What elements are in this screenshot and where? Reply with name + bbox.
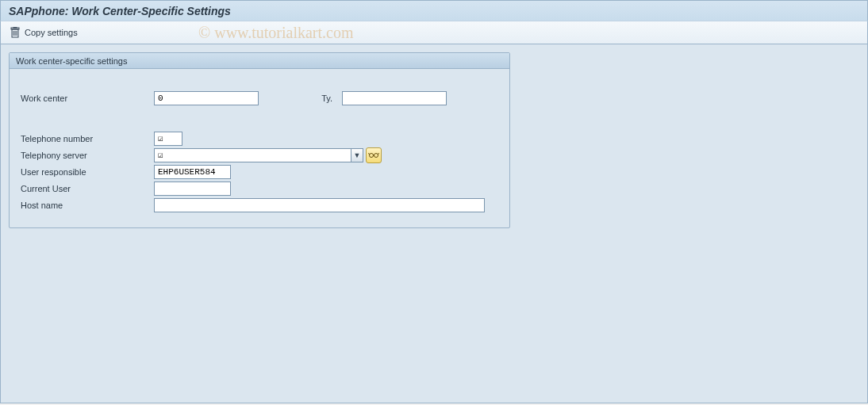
row-work-center: Work center Ty. <box>19 90 500 106</box>
svg-point-6 <box>370 153 374 157</box>
display-button[interactable] <box>366 147 382 163</box>
telephone-number-field[interactable]: ☑ <box>154 132 182 146</box>
telephony-server-select[interactable]: ☑ ▼ <box>154 148 363 162</box>
svg-rect-5 <box>13 27 17 28</box>
svg-line-9 <box>369 153 370 155</box>
row-telephone-number: Telephone number ☑ <box>19 130 500 147</box>
copy-settings-button[interactable]: Copy settings <box>7 25 81 40</box>
title-bar: SAPphone: Work Center-Specific Settings <box>0 0 868 21</box>
groupbox-settings: Work center-specific settings Work cente… <box>9 52 510 228</box>
telephony-server-field[interactable]: ☑ <box>154 148 351 162</box>
label-work-center: Work center <box>19 94 154 103</box>
row-telephony-server: Telephony server ☑ ▼ <box>19 147 500 163</box>
row-host-name: Host name <box>19 197 500 213</box>
work-center-field[interactable] <box>154 91 259 105</box>
toolbar: Copy settings <box>0 21 868 44</box>
label-user-responsible: User responsible <box>19 167 154 177</box>
current-user-field[interactable] <box>154 181 231 196</box>
label-telephony-server: Telephony server <box>19 151 154 160</box>
label-telephone-number: Telephone number <box>19 134 154 143</box>
main-area: Work center-specific settings Work cente… <box>0 44 868 403</box>
svg-point-7 <box>374 153 378 157</box>
label-current-user: Current User <box>19 184 154 193</box>
chevron-down-icon[interactable]: ▼ <box>351 148 363 162</box>
groupbox-title: Work center-specific settings <box>10 53 509 69</box>
row-current-user: Current User <box>19 180 500 197</box>
user-responsible-field[interactable] <box>154 165 231 179</box>
svg-line-10 <box>378 153 379 155</box>
label-host-name: Host name <box>19 201 154 210</box>
ty-field[interactable] <box>342 91 447 105</box>
host-name-field[interactable] <box>154 198 485 212</box>
label-ty: Ty. <box>259 94 342 103</box>
copy-settings-label: Copy settings <box>25 28 78 37</box>
glasses-icon <box>368 151 379 159</box>
page-title: SAPphone: Work Center-Specific Settings <box>9 5 231 17</box>
row-user-responsible: User responsible <box>19 163 500 180</box>
trash-icon <box>10 27 20 38</box>
groupbox-body: Work center Ty. Telephone number ☑ Telep… <box>10 69 509 227</box>
